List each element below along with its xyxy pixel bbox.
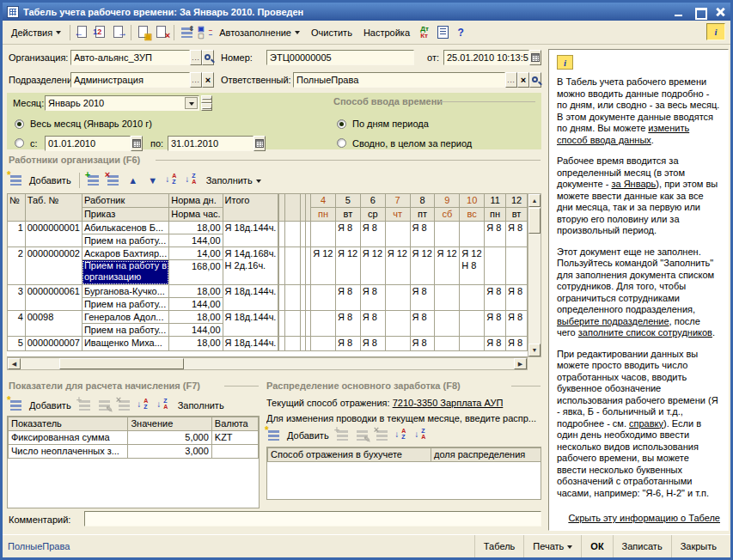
day-cell[interactable]	[460, 311, 485, 337]
help-link[interactable]: справку	[629, 418, 663, 429]
day-cell[interactable]: Я 8	[335, 311, 360, 337]
dept-clear-button[interactable]	[202, 72, 214, 88]
tab-number[interactable]: 0000000061	[25, 285, 82, 311]
worker-cell[interactable]: Генералов Адол...	[82, 311, 168, 324]
day-cell[interactable]: Я 8	[360, 311, 385, 337]
workers-hscrollbar[interactable]: ◀ ▶	[7, 357, 528, 370]
copy-row-icon[interactable]: +	[334, 427, 351, 444]
chevron-down-icon[interactable]	[185, 97, 198, 109]
sort-desc-icon[interactable]: ↓ZA	[184, 172, 201, 189]
day-cell[interactable]: Я 12	[410, 247, 435, 285]
order-cell[interactable]: Прием на работу...	[82, 234, 168, 247]
add-row-button[interactable]: Добавить	[284, 430, 332, 441]
day-cell[interactable]: Я 8	[485, 337, 506, 351]
month-combo[interactable]: Январь 2010	[45, 95, 199, 111]
day-cell[interactable]	[460, 337, 485, 351]
worker-cell[interactable]: Абилькасенов Б...	[82, 222, 168, 234]
delete-row-icon[interactable]: ×	[374, 427, 391, 444]
step-up-icon[interactable]	[201, 95, 212, 103]
day-cell[interactable]	[506, 247, 528, 285]
day-cell[interactable]	[385, 285, 410, 311]
settings-button[interactable]: Настройка	[358, 25, 415, 40]
help-link[interactable]: изменить способ ввода данных	[557, 123, 689, 145]
norm-days-cell[interactable]: 18,00	[169, 222, 223, 234]
scroll-right-icon[interactable]: ▶	[514, 358, 527, 369]
delete-row-icon[interactable]: ×	[105, 172, 122, 189]
norm-days-cell[interactable]: 18,00	[169, 285, 223, 298]
day-cell[interactable]: Я 8	[410, 285, 435, 311]
fill-menu[interactable]: Заполнить	[204, 175, 264, 186]
gap-cell[interactable]	[285, 337, 301, 351]
total-cell[interactable]: Я 18д.144ч.	[223, 337, 278, 351]
gap-cell[interactable]	[278, 311, 284, 337]
norm-days-cell[interactable]: 18,00	[169, 311, 223, 324]
gap-cell[interactable]	[285, 222, 301, 247]
help-link[interactable]: выберите подразделение	[557, 316, 669, 326]
total-cell[interactable]: Я 18д.144ч.	[223, 285, 278, 311]
gap-cell[interactable]	[278, 285, 284, 311]
tab-number[interactable]: 0000000007	[25, 337, 82, 351]
gap-cell[interactable]	[285, 311, 301, 337]
sort-desc-icon[interactable]: ↓ZA	[413, 427, 431, 444]
day-cell[interactable]	[311, 311, 336, 337]
move-down-icon[interactable]: ▼	[144, 172, 162, 189]
day-cell[interactable]	[385, 337, 410, 351]
help-link[interactable]: за Январь	[611, 179, 656, 189]
copy-row-icon[interactable]: +	[85, 172, 102, 189]
day-cell[interactable]	[311, 337, 336, 351]
step-down-icon[interactable]	[201, 103, 212, 111]
tab-number[interactable]: 00098	[25, 311, 82, 337]
post-document-icon[interactable]: ▣	[135, 24, 152, 41]
close-icon[interactable]	[714, 7, 726, 17]
sort-asc-icon[interactable]: ↓AZ	[164, 172, 181, 189]
dept-ellipsis-button[interactable]	[190, 72, 202, 88]
help-icon[interactable]: ?	[452, 24, 469, 41]
scroll-left-icon[interactable]: ◀	[8, 358, 21, 369]
resp-clear-button[interactable]	[517, 72, 529, 88]
day-cell[interactable]: Я 12	[360, 247, 385, 285]
day-cell[interactable]	[435, 222, 460, 247]
gap-cell[interactable]	[285, 285, 301, 311]
row-num[interactable]: 5	[8, 337, 26, 351]
day-cell[interactable]	[435, 285, 460, 311]
current-method-link[interactable]: 7210-3350 Зарплата АУП	[393, 398, 504, 408]
print-menu[interactable]: Печать	[523, 535, 581, 557]
resp-ellipsis-button[interactable]	[505, 72, 517, 88]
day-cell[interactable]: Я 8	[360, 222, 385, 247]
from-field[interactable]: 01.01.2010	[45, 136, 131, 151]
day-cell[interactable]: Я 8	[335, 337, 360, 351]
day-cell[interactable]	[435, 337, 460, 351]
norm-hours-cell[interactable]: 144,00	[169, 234, 223, 247]
day-cell[interactable]	[311, 285, 336, 311]
org-field[interactable]: Авто-альянс_ЗУП	[70, 50, 190, 65]
row-num[interactable]: 1	[8, 222, 26, 247]
order-cell[interactable]: Прием на работу в организацию	[82, 260, 168, 285]
day-cell[interactable]: Я 8	[410, 222, 435, 247]
number-field[interactable]: ЭТЦ00000005	[266, 50, 414, 65]
row-num[interactable]: 2	[8, 247, 26, 285]
worker-cell[interactable]: Аскаров Бахтияр...	[82, 247, 168, 260]
indicator-cell[interactable]: Фиксированная сумма	[9, 431, 128, 445]
row-num[interactable]: 4	[8, 311, 26, 337]
day-cell[interactable]: Я 8	[360, 337, 385, 351]
worker-cell[interactable]: Бурганова-Кучко...	[82, 285, 168, 298]
maximize-icon[interactable]	[693, 7, 706, 17]
day-cell[interactable]: Я 12	[311, 247, 336, 285]
reread-document-icon[interactable]: 21	[92, 24, 109, 41]
whole-month-radio[interactable]	[15, 119, 24, 129]
day-cell[interactable]: Я 8	[410, 337, 435, 351]
hscroll-thumb[interactable]	[59, 358, 184, 369]
indicator-cell[interactable]: KZT	[211, 431, 258, 445]
day-cell[interactable]: Я 8	[360, 285, 385, 311]
worker-cell[interactable]: Иващенко Миха...	[82, 337, 168, 351]
edit-row-icon[interactable]: ✎	[96, 397, 113, 414]
workers-vscrollbar[interactable]: ▲ ▼	[528, 193, 541, 357]
day-cell[interactable]: Я 8	[410, 311, 435, 337]
edit-row-icon[interactable]: ✎	[354, 427, 371, 444]
day-cell[interactable]	[385, 311, 410, 337]
sort-asc-icon[interactable]: ↓AZ	[136, 397, 153, 414]
info-toggle-button[interactable]: i	[706, 23, 725, 40]
day-cell[interactable]: Я 8	[485, 285, 506, 311]
day-cell[interactable]: Я 12	[435, 247, 460, 285]
day-cell[interactable]: Я 8	[335, 285, 360, 311]
